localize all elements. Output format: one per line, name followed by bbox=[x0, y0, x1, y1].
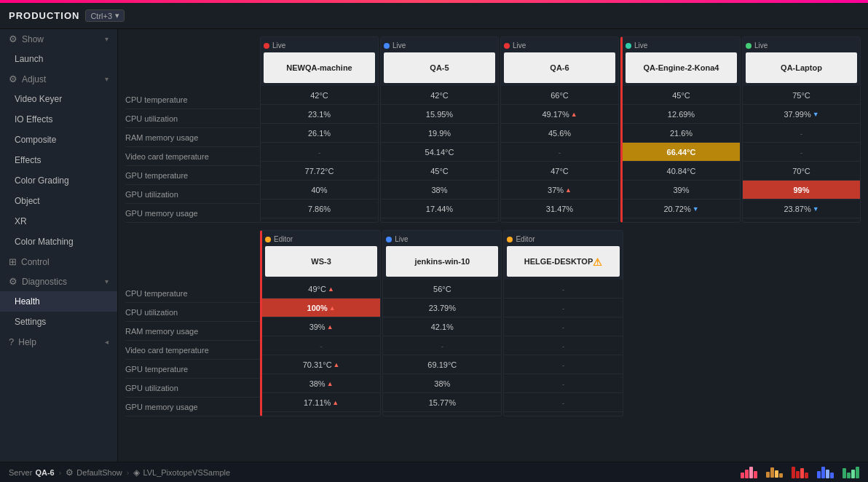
label-cpu-temp: CPU temperature bbox=[125, 90, 260, 109]
labels-col-2: CPU temperature CPU utilization RAM memo… bbox=[125, 230, 260, 416]
metric-hel-5: - bbox=[504, 374, 622, 393]
diagnostics-chevron: ▾ bbox=[105, 277, 108, 285]
cb14 bbox=[821, 467, 825, 478]
label2-gpu-temp: GPU temperature bbox=[125, 360, 260, 379]
cb7 bbox=[775, 470, 778, 478]
color-group-1 bbox=[741, 467, 757, 478]
metric-qal-2: - bbox=[743, 124, 860, 143]
label-cpu-util: CPU utilization bbox=[125, 109, 260, 128]
labels-col-1: CPU temperature CPU utilization RAM memo… bbox=[125, 36, 260, 223]
label-vc-temp: Video card temperature bbox=[125, 147, 260, 166]
sidebar-item-video-keyer[interactable]: Video Keyer bbox=[0, 89, 117, 109]
cb11 bbox=[800, 468, 804, 478]
cb15 bbox=[826, 470, 829, 478]
metric-jen-0: 56°C bbox=[383, 280, 501, 299]
server-label: Server bbox=[9, 468, 32, 477]
sidebar-item-diagnostics[interactable]: ⚙ Diagnostics ▾ bbox=[0, 272, 117, 291]
sidebar-item-effects[interactable]: Effects bbox=[0, 150, 117, 170]
machine-row-2: CPU temperature CPU utilization RAM memo… bbox=[125, 230, 861, 416]
sidebar-item-color-matching[interactable]: Color Matching bbox=[0, 232, 117, 252]
control-icon: ⊞ bbox=[9, 256, 17, 267]
cb1 bbox=[741, 473, 744, 478]
metric-hel-1: - bbox=[504, 299, 622, 317]
machine-qa-laptop-header: Live QA-Laptop bbox=[743, 37, 860, 86]
metric-ws3-2: 39% ▲ bbox=[262, 317, 380, 336]
cb12 bbox=[805, 473, 808, 478]
metric-newqa-6: 7.86% bbox=[261, 199, 378, 218]
cb8 bbox=[779, 473, 783, 478]
adjust-icon: ⚙ bbox=[9, 74, 17, 84]
status-dot-blue2 bbox=[386, 237, 392, 242]
metric-newqa-3: - bbox=[261, 143, 378, 162]
label2-gpu-mem: GPU memory usage bbox=[125, 398, 260, 416]
machine-qa5-header: Live QA-5 bbox=[381, 37, 498, 86]
metric-qal-1: 37.99% ▼ bbox=[743, 105, 860, 124]
machine-ws3-header: Editor WS-3 bbox=[262, 231, 380, 280]
cb4 bbox=[754, 471, 757, 478]
metric-qae-5: 39% bbox=[623, 181, 740, 199]
metric-jen-4: 69.19°C bbox=[383, 355, 501, 374]
machine-qa6-name: QA-6 bbox=[504, 52, 615, 83]
metric-newqa-4: 77.72°C bbox=[261, 162, 378, 181]
sidebar-item-health[interactable]: Health bbox=[0, 291, 117, 312]
label-gpu-temp: GPU temperature bbox=[125, 166, 260, 185]
sidebar-item-composite[interactable]: Composite bbox=[0, 130, 117, 150]
sidebar-item-control[interactable]: ⊞ Control bbox=[0, 252, 117, 272]
cb5 bbox=[766, 472, 770, 478]
cb9 bbox=[792, 467, 795, 478]
metric-qal-4: 70°C bbox=[743, 162, 860, 181]
machine-grid: CPU temperature CPU utilization RAM memo… bbox=[125, 36, 861, 416]
machine-newqa-status: Live bbox=[264, 42, 375, 50]
machine-qa6-status: Live bbox=[504, 42, 615, 50]
sidebar-item-settings[interactable]: Settings bbox=[0, 312, 117, 332]
sidebar-item-xr[interactable]: XR bbox=[0, 211, 117, 232]
metric-qa5-3: 54.14°C bbox=[381, 143, 498, 162]
metric-qa6-0: 66°C bbox=[501, 86, 618, 105]
label-gpu-mem: GPU memory usage bbox=[125, 204, 260, 223]
empty-filler bbox=[625, 230, 861, 416]
metric-ws3-3: - bbox=[262, 336, 380, 355]
metric-qa5-5: 38% bbox=[381, 181, 498, 199]
metric-qae-3: 66.44°C bbox=[623, 143, 740, 162]
sidebar-item-show[interactable]: ⚙ Show ▾ bbox=[0, 29, 117, 49]
metric-newqa-5: 40% bbox=[261, 181, 378, 199]
cb18 bbox=[847, 473, 851, 478]
cb20 bbox=[856, 467, 859, 478]
machine-newqa: Live NEWQA-machine 42°C 23.1% 26.1% - 77… bbox=[260, 36, 379, 223]
status-dot-blue bbox=[384, 43, 390, 49]
sidebar-item-adjust[interactable]: ⚙ Adjust ▾ bbox=[0, 69, 117, 89]
color-group-3 bbox=[792, 467, 808, 478]
sidebar-item-color-grading[interactable]: Color Grading bbox=[0, 170, 117, 191]
metric-qa5-0: 42°C bbox=[381, 86, 498, 105]
sidebar-item-help[interactable]: ? Help ◂ bbox=[0, 332, 117, 352]
metric-newqa-0: 42°C bbox=[261, 86, 378, 105]
machine-qa6: Live QA-6 66°C 49.17% ▲ 45.6% - 47°C 37%… bbox=[500, 36, 619, 223]
metric-qa6-4: 47°C bbox=[501, 162, 618, 181]
metric-qae-4: 40.84°C bbox=[623, 162, 740, 181]
metric-jen-1: 23.79% bbox=[383, 299, 501, 317]
ctrl-badge[interactable]: Ctrl+3 ▾ bbox=[85, 9, 125, 22]
cb3 bbox=[749, 467, 753, 478]
cb2 bbox=[745, 470, 749, 478]
metric-ws3-5: 38% ▲ bbox=[262, 374, 380, 393]
machine-qa5-status: Live bbox=[384, 42, 495, 50]
sidebar-item-io-effects[interactable]: IO Effects bbox=[0, 109, 117, 130]
sidebar-item-object[interactable]: Object bbox=[0, 191, 117, 211]
status-dot-red bbox=[264, 43, 269, 49]
metric-jen-2: 42.1% bbox=[383, 317, 501, 336]
machine-helge-status: Editor bbox=[507, 235, 619, 243]
machine-ws3: Editor WS-3 49°C ▲ 100% ▲ 39% ▲ - 70.31°… bbox=[260, 230, 381, 416]
metric-jen-5: 38% bbox=[383, 374, 501, 393]
metric-jen-3: - bbox=[383, 336, 501, 355]
metric-qae-0: 45°C bbox=[623, 86, 740, 105]
metric-qae-2: 21.6% bbox=[623, 124, 740, 143]
sidebar-item-launch[interactable]: Launch bbox=[0, 49, 117, 69]
color-group-4 bbox=[817, 467, 834, 478]
machine-jenkins: Live jenkins-win-10 56°C 23.79% 42.1% - … bbox=[382, 230, 502, 416]
machine-qa-engine-header: Live QA-Engine-2-Kona4 bbox=[623, 37, 740, 86]
main-layout: ⚙ Show ▾ Launch ⚙ Adjust ▾ Video Keyer I… bbox=[0, 29, 868, 462]
metric-jen-6: 15.77% bbox=[383, 393, 501, 412]
machine-ws3-name: WS-3 bbox=[265, 246, 377, 277]
machine-jenkins-header: Live jenkins-win-10 bbox=[383, 231, 501, 280]
metric-qa5-1: 15.95% bbox=[381, 105, 498, 124]
